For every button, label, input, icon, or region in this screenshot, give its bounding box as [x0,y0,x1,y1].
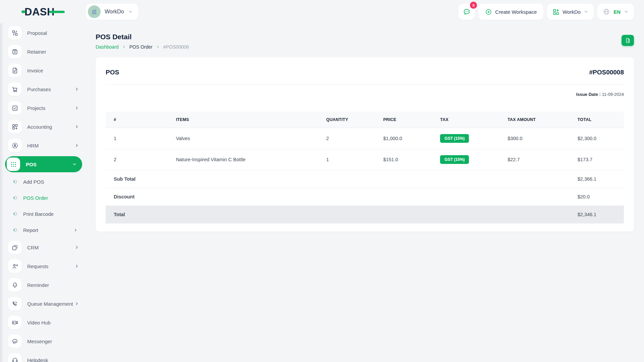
chevron-right-icon [74,106,79,110]
accounting-icon [8,120,21,133]
breadcrumb-dashboard-link[interactable]: Dashboard [96,44,119,50]
language-selector[interactable]: EN [597,4,634,20]
total-value: $2,346.1 [570,206,624,224]
col-header-items: ITEMS [168,112,318,128]
breadcrumb-pos-order-link[interactable]: POS Order [129,44,153,50]
bullet-ring-icon [13,180,17,184]
sidebar-item-video-hub[interactable]: Video Hub [8,314,81,330]
chevron-right-icon [74,124,79,129]
cell-price: $1,000.0 [375,128,432,149]
issue-date-value: 11-09-2024 [602,92,624,97]
total-row: Total $2,346.1 [106,206,624,224]
cell-quantity: 1 [318,149,375,170]
tax-badge: GST (15%) [440,134,469,143]
issue-date-row: Issue Date : 11-09-2024 [106,92,624,97]
table-row: 1 Valves 2 $1,000.0 GST (15%) $300.0 $2,… [106,128,624,149]
sidebar-item-retainer[interactable]: Retainer [8,44,81,60]
sidebar-item-hrm[interactable]: HRM [8,137,81,154]
sidebar-item-requests[interactable]: Requests [8,258,81,274]
cell-total: $173.7 [570,149,624,170]
workspace-selector[interactable]: WorkDo [86,4,138,20]
globe-icon [603,8,610,15]
sidebar-subitem-pos-order[interactable]: POS Order [13,191,81,204]
chevron-down-icon [128,9,133,14]
subtotal-row: Sub Total $2,366.1 [106,170,624,188]
pos-card-title: POS [106,69,119,76]
create-workspace-button[interactable]: Create Workspace [478,4,543,20]
breadcrumb: Dashboard POS Order #POS00008 [96,44,189,50]
sidebar-item-projects[interactable]: Projects [8,100,81,116]
chevron-right-icon [74,87,79,92]
chevron-right-icon [74,301,79,306]
sidebar-item-reminder[interactable]: Reminder [8,277,81,293]
sidebar-item-invoice[interactable]: Invoice [8,62,81,78]
discount-row: Discount $20.0 [106,188,624,206]
cell-tax: GST (15%) [432,128,499,149]
requests-icon [8,259,21,273]
workspace-avatar [88,5,101,18]
create-workspace-label: Create Workspace [495,9,537,15]
invoice-icon [8,64,21,77]
sidebar-item-accounting[interactable]: Accounting [8,119,81,135]
dash-logo[interactable]: DASH [21,7,65,17]
sidebar-subitem-add-pos[interactable]: Add POS [13,175,81,188]
chevron-right-icon [73,228,78,232]
chevron-down-icon [624,9,629,14]
bullet-ring-icon [13,212,17,216]
pos-detail-card: POS #POS00008 Issue Date : 11-09-2024 # … [96,57,634,232]
sidebar-subitem-report[interactable]: Report [13,223,81,237]
sidebar-item-queue-management[interactable]: Queue Management [8,296,81,312]
cell-total: $2,300.0 [570,128,624,149]
sidebar-item-messenger[interactable]: Messenger [8,333,81,349]
sidebar-item-proposal[interactable]: Proposal [8,25,81,41]
cell-price: $151.0 [375,149,432,170]
sidebar-item-crm[interactable]: CRM [8,239,81,255]
cell-tax-amount: $300.0 [499,128,570,149]
sidebar-item-purchases[interactable]: Purchases [8,81,81,97]
messenger-icon [8,335,21,348]
subtotal-value: $2,366.1 [570,170,624,188]
col-header-tax: TAX [432,112,499,128]
chat-icon [463,8,471,16]
sidebar-subitem-print-barcode[interactable]: Print Barcode [13,207,81,221]
projects-icon [8,101,21,115]
bullet-ring-icon [13,196,17,200]
sidebar-item-pos[interactable]: POS [5,156,82,172]
helpdesk-headset-icon [8,353,21,362]
sidebar-item-helpdesk[interactable]: Helpdesk [8,352,81,362]
plus-circle-icon [485,8,492,15]
workspace-name: WorkDo [105,9,124,15]
cell-tax-amount: $22.7 [499,149,570,170]
purchases-icon [8,82,21,96]
col-header-total: TOTAL [570,112,624,128]
chevron-right-icon [74,245,79,250]
tax-badge: GST (15%) [440,155,469,164]
sidebar: Proposal Retainer Invoice [0,23,86,362]
col-header-tax-amount: TAX AMOUNT [499,112,570,128]
breadcrumb-separator-icon [122,45,126,49]
chevron-right-icon [74,143,79,148]
cell-tax: GST (15%) [432,149,499,170]
cell-item: Valves [168,128,318,149]
workdo-menu-label: WorkDo [562,9,581,15]
hrm-icon [8,139,21,152]
page-header: POS Detail Dashboard POS Order #POS00008 [96,33,634,50]
export-pos-button[interactable] [622,35,634,46]
language-label: EN [613,9,621,15]
logo-dash-icon [49,11,65,13]
issue-date-label: Issue Date : [576,92,601,97]
cell-index: 1 [106,128,168,149]
apps-grid-icon [552,8,559,15]
main-content: POS Detail Dashboard POS Order #POS00008 [86,23,644,362]
logo-dot-icon [21,10,25,13]
pos-items-table: # ITEMS QUANTITY PRICE TAX TAX AMOUNT TO… [106,112,624,224]
export-document-icon [625,38,631,44]
logo-zone: DASH [0,7,86,17]
header-actions: 0 Create Workspace WorkDo EN [459,4,634,20]
messages-button[interactable]: 0 [459,4,475,20]
cell-item: Nature-Inspired Vitamin C Bottle [168,149,318,170]
retainer-icon [8,45,21,58]
video-camera-icon [8,316,21,329]
workdo-apps-menu[interactable]: WorkDo [547,4,594,20]
cell-index: 2 [106,149,168,170]
